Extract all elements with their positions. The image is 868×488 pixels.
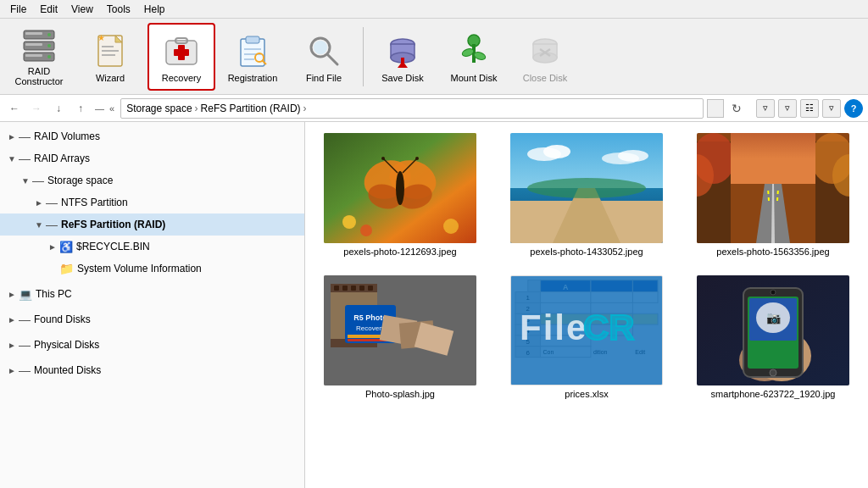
file-item-photo-splash[interactable]: R5 Photo Recovery Photo-splash.jpg <box>312 271 488 403</box>
breadcrumb-dropdown[interactable] <box>707 99 724 118</box>
raid-constructor-button[interactable]: RAID Constructor <box>5 23 73 91</box>
dash-refs-partition: — <box>46 218 58 231</box>
filter-button[interactable]: ▿ <box>756 99 775 118</box>
breadcrumb-refs[interactable]: ReFS Partition (RAID) <box>201 103 301 114</box>
recycle-icon: ♿ <box>59 241 73 253</box>
svg-point-55 <box>443 219 459 234</box>
tree-item-recycle-bin[interactable]: ► ♿ $RECYCLE.BIN <box>0 236 304 258</box>
view-button[interactable]: ☷ <box>800 99 819 118</box>
addressbar: ← → ↓ ↑ — « Storage space › ReFS Partiti… <box>0 95 868 122</box>
expand-raid-volumes[interactable]: ► <box>5 130 19 143</box>
breadcrumb-bar[interactable]: Storage space › ReFS Partition (RAID) › <box>120 98 704 119</box>
menu-help[interactable]: Help <box>137 2 172 17</box>
save-disk-button[interactable]: Save Disk <box>369 23 437 91</box>
label-ntfs-partition: NTFS Partition <box>61 197 128 208</box>
registration-button[interactable]: Registration <box>219 23 287 91</box>
recovery-icon <box>161 30 202 71</box>
registration-icon <box>232 30 273 71</box>
svg-point-5 <box>47 44 51 47</box>
wizard-icon: ★ <box>90 30 131 71</box>
breadcrumb-storage[interactable]: Storage space <box>126 103 192 114</box>
find-file-button[interactable]: Find File <box>290 23 358 91</box>
registration-label: Registration <box>228 73 278 83</box>
pc-icon: 💻 <box>19 288 32 301</box>
refresh-button[interactable]: ↻ <box>727 99 746 118</box>
recovery-button[interactable]: Recovery <box>147 23 215 91</box>
label-mounted-disks: Mounted Disks <box>34 364 101 376</box>
expand-ntfs-partition[interactable]: ► <box>32 196 46 209</box>
file-item-prices-xlsx[interactable]: A 1 2 3 4 5 6 <box>498 271 675 403</box>
label-physical-disks: Physical Disks <box>34 339 99 351</box>
svg-point-52 <box>415 157 419 160</box>
wizard-button[interactable]: ★ Wizard <box>76 23 144 91</box>
forward-button[interactable]: → <box>27 99 46 118</box>
view-dropdown[interactable]: ▿ <box>822 99 841 118</box>
up-button[interactable]: ↑ <box>71 99 90 118</box>
svg-rect-81 <box>334 286 339 291</box>
svg-point-2 <box>47 33 51 36</box>
thumb-1563356 <box>697 133 849 243</box>
dash-raid-arrays: — <box>19 152 31 165</box>
tree-item-system-volume[interactable]: ► 📁 System Volume Information <box>0 258 304 280</box>
menu-view[interactable]: View <box>64 2 100 17</box>
breadcrumb-arrow-1: › <box>195 103 198 114</box>
expand-this-pc[interactable]: ► <box>5 287 19 301</box>
svg-point-139 <box>771 290 776 295</box>
menu-edit[interactable]: Edit <box>33 2 64 17</box>
back-button[interactable]: ← <box>5 99 24 118</box>
file-name-smartphone: smartphone-623722_1920.jpg <box>711 389 836 399</box>
tree-item-found-disks[interactable]: ► — Found Disks <box>0 308 304 330</box>
tree-item-mounted-disks[interactable]: ► — Mounted Disks <box>0 359 304 381</box>
menu-file[interactable]: File <box>3 2 33 17</box>
expand-refs-partition[interactable]: ▼ <box>32 218 46 231</box>
tree-item-storage-space[interactable]: ▼ — Storage space <box>0 169 304 191</box>
svg-rect-17 <box>174 49 189 56</box>
expand-mounted-disks[interactable]: ► <box>5 363 19 377</box>
file-item-1563356[interactable]: pexels-photo-1563356.jpeg <box>685 129 861 261</box>
svg-rect-1 <box>25 32 42 35</box>
svg-point-27 <box>314 41 327 54</box>
filter-dropdown[interactable]: ▿ <box>778 99 797 118</box>
label-refs-partition: ReFS Partition (RAID) <box>61 219 165 230</box>
toolbar-sep-1 <box>363 27 364 86</box>
file-item-1212693[interactable]: pexels-photo-1212693.jpeg <box>312 129 488 261</box>
breadcrumb-doubleangleright: « <box>109 103 117 114</box>
svg-text:File: File <box>520 308 587 347</box>
expand-recycle-bin[interactable]: ► <box>46 240 59 253</box>
tree-item-refs-partition[interactable]: ▼ — ReFS Partition (RAID) <box>0 214 304 236</box>
file-name-1212693: pexels-photo-1212693.jpeg <box>343 247 456 257</box>
menu-tools[interactable]: Tools <box>100 2 137 17</box>
tree-item-raid-arrays[interactable]: ▼ — RAID Arrays <box>0 147 304 169</box>
expand-found-disks[interactable]: ► <box>5 313 19 326</box>
svg-rect-33 <box>401 58 404 64</box>
wizard-label: Wizard <box>96 73 125 83</box>
tree-item-ntfs-partition[interactable]: ► — NTFS Partition <box>0 191 304 214</box>
down-button[interactable]: ↓ <box>49 99 68 118</box>
expand-physical-disks[interactable]: ► <box>5 338 19 352</box>
expand-raid-arrays[interactable]: ▼ <box>5 152 19 165</box>
right-toolbar: ▿ ▿ ☷ ▿ ? <box>756 99 863 118</box>
tree-item-this-pc[interactable]: ► 💻 This PC <box>0 283 304 305</box>
dash-physical-disks: — <box>19 338 31 352</box>
file-name-photo-splash: Photo-splash.jpg <box>365 389 435 399</box>
file-item-smartphone[interactable]: 📷 smartphone-623722_1920.jpg <box>685 271 861 403</box>
breadcrumb-arrow-2: › <box>303 103 307 114</box>
main-content: ► — RAID Volumes ▼ — RAID Arrays ▼ — Sto… <box>0 122 868 488</box>
menubar: File Edit View Tools Help <box>0 0 868 19</box>
svg-text:CR: CR <box>583 308 635 347</box>
svg-point-48 <box>396 171 404 205</box>
svg-rect-4 <box>25 43 42 46</box>
expand-storage-space[interactable]: ▼ <box>19 174 32 187</box>
svg-text:★: ★ <box>97 33 105 42</box>
svg-rect-83 <box>351 286 356 291</box>
file-item-1433052[interactable]: pexels-photo-1433052.jpeg <box>498 129 675 261</box>
svg-text:R5 Photo: R5 Photo <box>353 313 387 322</box>
thumb-smartphone: 📷 <box>697 275 849 385</box>
save-disk-icon <box>382 30 423 71</box>
file-name-1433052: pexels-photo-1433052.jpeg <box>530 247 643 257</box>
tree-item-raid-volumes[interactable]: ► — RAID Volumes <box>0 125 304 147</box>
tree-item-physical-disks[interactable]: ► — Physical Disks <box>0 334 304 356</box>
close-disk-button[interactable]: Close Disk <box>511 23 579 91</box>
mount-disk-button[interactable]: Mount Disk <box>440 23 508 91</box>
help-button[interactable]: ? <box>844 99 863 118</box>
